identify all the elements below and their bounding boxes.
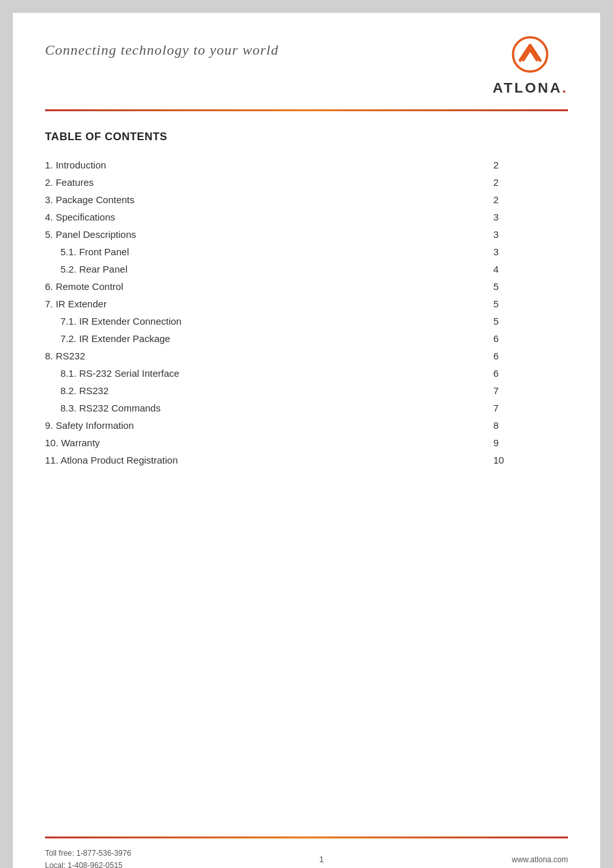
toc-item-page: 9 <box>493 434 568 451</box>
page: Connecting technology to your world ATLO… <box>13 13 600 868</box>
toc-row: 1. Introduction2 <box>45 156 568 174</box>
toc-item-page: 2 <box>493 174 568 191</box>
atlona-logo-icon <box>508 32 553 77</box>
footer-toll-free: Toll free: 1-877-536-3976 <box>45 847 131 860</box>
toc-row: 7.1. IR Extender Connection5 <box>45 312 568 330</box>
toc-item-label: 4. Specifications <box>45 208 493 226</box>
toc-table: 1. Introduction22. Features23. Package C… <box>45 156 568 469</box>
svg-point-0 <box>513 37 547 71</box>
toc-row: 8.1. RS-232 Serial Interface6 <box>45 365 568 382</box>
footer-page-number: 1 <box>319 854 324 864</box>
toc-row: 8.2. RS2327 <box>45 382 568 399</box>
footer: Toll free: 1-877-536-3976 Local: 1-408-9… <box>13 838 600 868</box>
toc-item-page: 3 <box>493 243 568 260</box>
toc-item-page: 6 <box>493 347 568 365</box>
toc-item-label: 5.1. Front Panel <box>45 243 493 260</box>
toc-item-page: 4 <box>493 260 568 278</box>
toc-row: 8.3. RS232 Commands7 <box>45 399 568 417</box>
footer-website: www.atlona.com <box>512 855 568 864</box>
toc-item-label: 6. Remote Control <box>45 278 493 295</box>
toc-row: 9. Safety Information8 <box>45 417 568 434</box>
toc-item-label: 8.3. RS232 Commands <box>45 399 493 417</box>
toc-row: 6. Remote Control5 <box>45 278 568 295</box>
toc-item-label: 7.1. IR Extender Connection <box>45 312 493 330</box>
toc-item-page: 2 <box>493 156 568 174</box>
toc-item-page: 6 <box>493 330 568 347</box>
toc-item-label: 3. Package Contents <box>45 191 493 208</box>
toc-item-page: 2 <box>493 191 568 208</box>
toc-item-label: 5.2. Rear Panel <box>45 260 493 278</box>
toc-item-label: 8.1. RS-232 Serial Interface <box>45 365 493 382</box>
footer-local: Local: 1-408-962-0515 <box>45 860 131 868</box>
toc-row: 8. RS2326 <box>45 347 568 365</box>
logo-area: ATLONA. <box>493 32 568 96</box>
toc-item-page: 5 <box>493 312 568 330</box>
toc-item-label: 7. IR Extender <box>45 295 493 312</box>
toc-row: 3. Package Contents2 <box>45 191 568 208</box>
toc-item-label: 8.2. RS232 <box>45 382 493 399</box>
toc-item-label: 8. RS232 <box>45 347 493 365</box>
toc-row: 4. Specifications3 <box>45 208 568 226</box>
toc-row: 11. Atlona Product Registration10 <box>45 451 568 469</box>
toc-row: 2. Features2 <box>45 174 568 191</box>
toc-row: 5.1. Front Panel3 <box>45 243 568 260</box>
header: Connecting technology to your world ATLO… <box>13 13 600 109</box>
toc-item-label: 2. Features <box>45 174 493 191</box>
toc-item-page: 7 <box>493 382 568 399</box>
toc-row: 10. Warranty9 <box>45 434 568 451</box>
main-content: TABLE OF CONTENTS 1. Introduction22. Fea… <box>13 111 600 836</box>
toc-item-page: 7 <box>493 399 568 417</box>
toc-item-label: 1. Introduction <box>45 156 493 174</box>
toc-item-label: 11. Atlona Product Registration <box>45 451 493 469</box>
logo-text: ATLONA. <box>493 77 568 96</box>
toc-item-page: 5 <box>493 278 568 295</box>
toc-item-label: 10. Warranty <box>45 434 493 451</box>
toc-row: 5. Panel Descriptions3 <box>45 226 568 243</box>
toc-item-page: 3 <box>493 226 568 243</box>
toc-item-page: 5 <box>493 295 568 312</box>
footer-contact: Toll free: 1-877-536-3976 Local: 1-408-9… <box>45 847 131 868</box>
toc-item-label: 9. Safety Information <box>45 417 493 434</box>
toc-row: 7.2. IR Extender Package6 <box>45 330 568 347</box>
toc-item-page: 6 <box>493 365 568 382</box>
toc-item-label: 5. Panel Descriptions <box>45 226 493 243</box>
toc-row: 7. IR Extender5 <box>45 295 568 312</box>
toc-item-page: 3 <box>493 208 568 226</box>
toc-item-page: 8 <box>493 417 568 434</box>
toc-row: 5.2. Rear Panel4 <box>45 260 568 278</box>
toc-item-label: 7.2. IR Extender Package <box>45 330 493 347</box>
toc-item-page: 10 <box>493 451 568 469</box>
toc-title: TABLE OF CONTENTS <box>45 131 568 143</box>
tagline: Connecting technology to your world <box>45 42 279 59</box>
